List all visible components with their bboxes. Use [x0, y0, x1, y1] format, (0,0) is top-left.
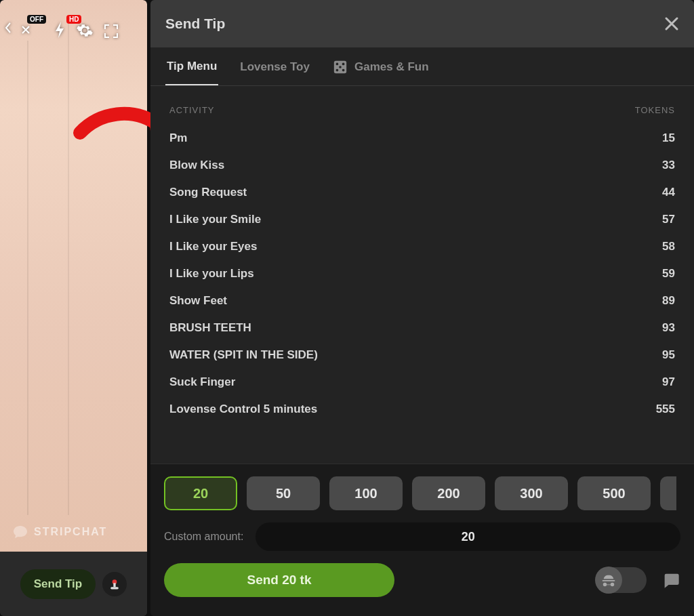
list-header: ACTIVITY TOKENS — [150, 86, 694, 125]
dice-icon — [333, 60, 348, 75]
send-row: Send 20 tk — [164, 563, 680, 597]
tip-activity-label: Suck Finger — [169, 375, 235, 389]
tip-activity-label: BRUSH TEETH — [169, 321, 251, 335]
tip-activity-label: Show Feet — [169, 294, 227, 308]
tip-token-value: 97 — [662, 375, 675, 389]
tip-token-value: 58 — [662, 240, 675, 253]
caret-left-icon — [4, 22, 12, 34]
tip-activity-label: WATER (SPIT IN THE SIDE) — [169, 348, 318, 362]
tip-activity-label: I Like your Eyes — [169, 240, 257, 253]
list-header-tokens: TOKENS — [635, 105, 675, 115]
send-button[interactable]: Send 20 tk — [164, 563, 394, 597]
tip-activity-label: Pm — [169, 131, 187, 145]
tip-activity-label: Song Request — [169, 186, 247, 199]
tip-menu-row[interactable]: I Like your Eyes58 — [169, 233, 675, 260]
chat-icon[interactable] — [661, 571, 680, 590]
tab-games-fun-label: Games & Fun — [354, 60, 429, 74]
stream-video[interactable] — [0, 0, 147, 552]
svg-point-6 — [339, 66, 342, 68]
tip-activity-label: Lovense Control 5 minutes — [169, 403, 317, 416]
modal-header: Send Tip — [150, 0, 694, 47]
tip-menu-row[interactable]: Pm15 — [169, 125, 675, 152]
svg-point-8 — [342, 69, 345, 72]
modal-title: Send Tip — [165, 16, 225, 32]
close-icon[interactable] — [664, 16, 679, 31]
tip-token-value: 89 — [662, 294, 675, 308]
send-tip-button-small-label: Send Tip — [34, 577, 82, 591]
tip-menu-row[interactable]: Suck Finger97 — [169, 369, 675, 396]
svg-point-4 — [336, 63, 339, 66]
tab-lovense-toy[interactable]: Lovense Toy — [239, 60, 311, 85]
tip-activity-label: I Like your Smile — [169, 213, 261, 226]
tip-menu-row[interactable]: I Like your Smile57 — [169, 206, 675, 233]
flash-icon[interactable] — [53, 20, 66, 39]
amount-chip-50[interactable]: 50 — [247, 476, 320, 510]
amount-chips: 2050100200300500 — [164, 476, 680, 510]
tip-activity-label: Blow Kiss — [169, 159, 224, 172]
gear-icon[interactable] — [76, 22, 94, 39]
svg-rect-2 — [110, 587, 119, 589]
stream-bottom-bar: Send Tip — [0, 552, 147, 616]
brand-text: STRIPCHAT — [34, 526, 107, 538]
list-header-activity: ACTIVITY — [169, 105, 215, 115]
incognito-icon — [601, 573, 616, 588]
tip-activity-label: I Like your Lips — [169, 267, 254, 281]
off-badge: OFF — [27, 15, 46, 24]
modal-footer: 2050100200300500 Custom amount: Send 20 … — [150, 464, 694, 616]
custom-amount-input[interactable] — [256, 522, 680, 551]
tip-menu-row[interactable]: BRUSH TEETH93 — [169, 314, 675, 342]
svg-point-7 — [336, 69, 339, 72]
tab-tip-menu[interactable]: Tip Menu — [165, 60, 218, 85]
tip-menu-row[interactable]: I Like your Lips59 — [169, 260, 675, 287]
tip-menu-row[interactable]: Song Request44 — [169, 179, 675, 206]
fullscreen-icon[interactable] — [103, 23, 119, 39]
send-button-label: Send 20 tk — [247, 573, 311, 587]
modal-tabs: Tip Menu Lovense Toy Games & Fun — [150, 47, 694, 86]
tab-tip-menu-label: Tip Menu — [167, 60, 217, 73]
anonymous-toggle[interactable] — [596, 567, 647, 593]
svg-rect-1 — [114, 583, 116, 587]
tab-lovense-toy-label: Lovense Toy — [240, 60, 310, 74]
amount-chip-20[interactable]: 20 — [164, 476, 237, 510]
amount-chip-100[interactable]: 100 — [329, 476, 403, 510]
tip-token-value: 15 — [662, 131, 675, 145]
tip-token-value: 44 — [662, 186, 675, 199]
tip-menu-row[interactable]: WATER (SPIT IN THE SIDE)95 — [169, 342, 675, 369]
tip-token-value: 57 — [662, 213, 675, 226]
custom-amount-row: Custom amount: — [164, 522, 680, 551]
stream-pane: OFF HD STRIPCHAT Send Tip — [0, 0, 147, 616]
send-tip-button-small[interactable]: Send Tip — [20, 569, 96, 599]
tip-token-value: 95 — [662, 348, 675, 362]
spacer — [150, 423, 694, 464]
anonymous-toggle-knob — [595, 567, 622, 594]
tip-menu-list: Pm15Blow Kiss33Song Request44I Like your… — [150, 125, 694, 423]
tip-token-value: 555 — [656, 403, 675, 416]
amount-chip-500[interactable]: 500 — [577, 476, 651, 510]
amount-chip-300[interactable]: 300 — [495, 476, 568, 510]
tip-menu-row[interactable]: Lovense Control 5 minutes555 — [169, 396, 675, 423]
tip-menu-row[interactable]: Show Feet89 — [169, 287, 675, 314]
amount-chip-200[interactable]: 200 — [412, 476, 485, 510]
tab-games-fun[interactable]: Games & Fun — [331, 60, 430, 85]
stream-controls: OFF HD — [0, 0, 147, 49]
x-icon — [22, 26, 30, 34]
send-row-actions — [596, 567, 680, 593]
tip-token-value: 59 — [662, 267, 675, 281]
brand-watermark: STRIPCHAT — [12, 524, 107, 540]
tip-token-value: 93 — [662, 321, 675, 335]
speech-bubble-icon — [12, 524, 28, 540]
app-root: OFF HD STRIPCHAT Send Tip — [0, 0, 694, 616]
joystick-icon[interactable] — [102, 572, 127, 596]
send-tip-modal: Send Tip Tip Menu Lovense Toy Games & Fu… — [150, 0, 694, 616]
tip-token-value: 33 — [662, 159, 675, 172]
amount-chip-more[interactable] — [660, 476, 676, 510]
svg-point-5 — [342, 63, 345, 66]
tip-menu-row[interactable]: Blow Kiss33 — [169, 152, 675, 179]
custom-amount-label: Custom amount: — [164, 531, 243, 543]
